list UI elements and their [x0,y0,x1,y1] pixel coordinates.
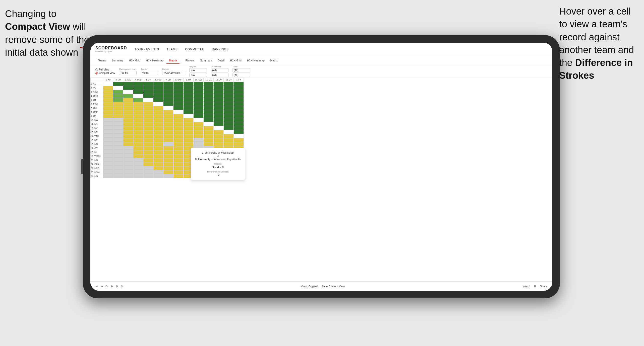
matrix-cell-17-1[interactable] [103,146,113,150]
matrix-cell-10-2[interactable] [113,118,123,122]
matrix-cell-2-1[interactable] [103,86,113,90]
matrix-cell-14-7[interactable] [163,134,173,138]
matrix-cell-5-8[interactable] [173,98,184,102]
matrix-cell-5-9[interactable] [184,98,194,102]
matrix-cell-20-3[interactable] [123,158,133,162]
matrix-cell-23-1[interactable] [103,170,113,174]
matrix-cell-13-2[interactable] [113,130,123,134]
matrix-cell-8-3[interactable] [123,110,133,114]
tab-summary-left[interactable]: Summary [109,57,126,64]
matrix-cell-4-11[interactable] [204,94,214,98]
matrix-cell-14-6[interactable] [153,134,163,138]
matrix-cell-9-11[interactable] [204,114,214,118]
matrix-cell-22-7[interactable] [163,166,173,170]
matrix-cell-12-11[interactable] [204,126,214,130]
matrix-cell-10-10[interactable] [194,118,204,122]
matrix-cell-9-8[interactable] [173,114,184,118]
matrix-cell-11-1[interactable] [103,122,113,126]
matrix-cell-11-3[interactable] [123,122,133,126]
matrix-cell-19-7[interactable] [163,154,173,158]
view-original-btn[interactable]: View: Original [301,285,318,288]
full-view-radio[interactable] [95,68,98,71]
matrix-cell-7-14[interactable] [234,106,244,110]
matrix-cell-2-14[interactable] [234,86,244,90]
matrix-cell-23-4[interactable] [133,170,143,174]
matrix-cell-23-2[interactable] [113,170,123,174]
matrix-cell-7-8[interactable] [173,106,184,110]
matrix-cell-2-9[interactable] [184,86,194,90]
matrix-cell-16-7[interactable] [163,142,173,146]
matrix-cell-16-6[interactable] [153,142,163,146]
matrix-cell-13-14[interactable] [234,130,244,134]
matrix-cell-21-8[interactable] [173,162,184,166]
matrix-cell-1-9[interactable] [184,82,194,86]
matrix-cell-24-3[interactable] [123,174,133,178]
tab-h2h-heatmap-left[interactable]: H2H Heatmap [143,57,166,64]
tab-summary-right[interactable]: Summary [198,57,214,64]
matrix-cell-15-3[interactable] [123,138,133,142]
matrix-cell-4-2[interactable] [113,94,123,98]
matrix-cell-20-6[interactable] [153,158,163,162]
matrix-cell-8-9[interactable] [184,110,194,114]
matrix-cell-2-2[interactable] [113,86,123,90]
undo-icon[interactable]: ↩ [95,285,98,288]
filter-conference-select[interactable]: (All) [211,68,228,72]
matrix-cell-15-7[interactable] [163,138,173,142]
matrix-cell-19-6[interactable] [153,154,163,158]
matrix-cell-16-12[interactable] [214,142,224,146]
matrix-cell-14-3[interactable] [123,134,133,138]
matrix-cell-5-5[interactable] [143,98,153,102]
tab-h2h-grid-right[interactable]: H2H Grid [227,57,244,64]
matrix-cell-5-3[interactable] [123,98,133,102]
matrix-cell-2-6[interactable] [153,86,163,90]
matrix-cell-22-4[interactable] [133,166,143,170]
matrix-cell-6-8[interactable] [173,102,184,106]
matrix-cell-5-7[interactable] [163,98,173,102]
matrix-cell-22-6[interactable] [153,166,163,170]
matrix-cell-3-8[interactable] [173,90,184,94]
matrix-cell-13-10[interactable] [194,130,204,134]
matrix-cell-17-5[interactable] [143,146,153,150]
matrix-cell-18-3[interactable] [123,150,133,154]
matrix-cell-12-13[interactable] [224,126,234,130]
matrix-cell-9-6[interactable] [153,114,163,118]
matrix-cell-11-5[interactable] [143,122,153,126]
matrix-cell-12-14[interactable] [234,126,244,130]
matrix-cell-3-2[interactable] [113,90,123,94]
matrix-cell-17-2[interactable] [113,146,123,150]
filter-gender-select[interactable]: Men's [141,71,158,75]
matrix-cell-3-12[interactable] [214,90,224,94]
matrix-cell-2-5[interactable] [143,86,153,90]
matrix-cell-24-5[interactable] [143,174,153,178]
matrix-cell-4-10[interactable] [194,94,204,98]
matrix-cell-4-3[interactable] [123,94,133,98]
matrix-cell-13-11[interactable] [204,130,214,134]
filter-team-select[interactable]: (All) [232,68,250,72]
matrix-cell-18-4[interactable] [133,150,143,154]
matrix-cell-5-4[interactable] [133,98,143,102]
matrix-cell-7-2[interactable] [113,106,123,110]
matrix-cell-14-11[interactable] [204,134,214,138]
matrix-cell-1-8[interactable] [173,82,184,86]
matrix-cell-14-2[interactable] [113,134,123,138]
matrix-cell-3-13[interactable] [224,90,234,94]
matrix-cell-15-5[interactable] [143,138,153,142]
tab-h2h-grid-left[interactable]: H2H Grid [126,57,143,64]
matrix-cell-15-1[interactable] [103,138,113,142]
matrix-cell-9-13[interactable] [224,114,234,118]
matrix-cell-12-3[interactable] [123,126,133,130]
matrix-cell-10-7[interactable] [163,118,173,122]
matrix-cell-10-9[interactable] [184,118,194,122]
matrix-cell-10-12[interactable] [214,118,224,122]
matrix-cell-3-4[interactable] [133,90,143,94]
matrix-cell-13-13[interactable] [224,130,234,134]
matrix-cell-20-5[interactable] [143,158,153,162]
matrix-cell-2-7[interactable] [163,86,173,90]
matrix-cell-10-3[interactable] [123,118,133,122]
matrix-cell-5-2[interactable] [113,98,123,102]
matrix-cell-11-4[interactable] [133,122,143,126]
matrix-cell-8-4[interactable] [133,110,143,114]
matrix-cell-18-6[interactable] [153,150,163,154]
matrix-cell-16-14[interactable] [234,142,244,146]
matrix-cell-7-12[interactable] [214,106,224,110]
